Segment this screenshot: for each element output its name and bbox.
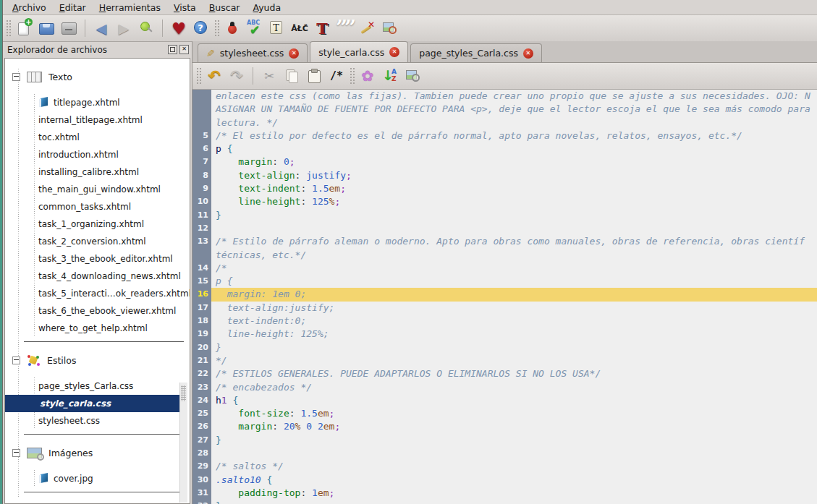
tree-file-task-5-interacti-ok-readers-xhtml[interactable]: task_5_interacti…ok_readers.xhtml	[5, 285, 185, 302]
tree-file-task-2-conversion-xhtml[interactable]: task_2_conversion.xhtml	[5, 233, 185, 250]
back-icon[interactable]	[91, 18, 111, 38]
toolbar-drag-handle[interactable]	[195, 67, 202, 85]
tree-section-im-genes[interactable]: Imágenes	[5, 444, 190, 461]
tree-file-page-styles-carla-css[interactable]: page_styles_Carla.css	[5, 377, 185, 395]
close-panel-icon[interactable]	[179, 45, 189, 54]
code-line[interactable]: 24h1 {	[192, 394, 817, 407]
tab-style-carla-css[interactable]: style_carla.css	[310, 41, 408, 62]
collapse-icon[interactable]	[12, 449, 20, 457]
tree-file-task-4-downloading-news-xhtml[interactable]: task_4_downloading_news.xhtml	[5, 268, 185, 285]
close-tab-icon[interactable]	[289, 48, 299, 59]
tree-file-cover-jpg[interactable]: cover.jpg	[5, 470, 185, 487]
code-line[interactable]: 15p {	[192, 275, 817, 288]
pin-icon[interactable]	[136, 18, 156, 38]
tree-file-task-6-the-ebook-viewer-xhtml[interactable]: task_6_the_ebook_viewer.xhtml	[5, 302, 185, 320]
close-tab-icon[interactable]	[389, 47, 399, 57]
code-line[interactable]: 18 text-indent:0;	[192, 315, 817, 328]
quotes-icon[interactable]	[334, 18, 355, 38]
validate-icon[interactable]	[379, 18, 399, 38]
tree-file-toc-xhtml[interactable]: toc.xhtml	[5, 129, 185, 146]
code-line[interactable]: 12	[192, 222, 817, 235]
code-line[interactable]: 30.salto10 {	[192, 474, 817, 487]
close-tab-icon[interactable]	[523, 48, 533, 59]
toolbar-drag-handle[interactable]	[349, 67, 355, 85]
code-line[interactable]: 22/* ESTILOS GENERALES. PUEDE ADAPTARLOS…	[192, 367, 817, 380]
spellcheck-icon[interactable]	[245, 18, 265, 38]
tree-file-titlepage-xhtml[interactable]: titlepage.xhtml	[5, 94, 185, 111]
menu-editar[interactable]: Editar	[53, 1, 93, 14]
code-line[interactable]: 7 margin: 0;	[192, 155, 817, 168]
menu-herramientas[interactable]: Herramientas	[93, 1, 167, 14]
code-line[interactable]: 23/* encabezados */	[192, 381, 817, 394]
code-line[interactable]: 21*/	[192, 354, 817, 367]
code-line[interactable]: 9 text-indent: 1.5em;	[192, 182, 817, 195]
tab-stylesheet-css[interactable]: stylesheet.css	[198, 43, 308, 62]
redo-icon[interactable]	[227, 66, 247, 86]
code-line[interactable]: enlacen este css (como las fijas). Tambi…	[192, 90, 817, 103]
code-line[interactable]: 25 font-size: 1.5em;	[192, 407, 817, 420]
tree-file-stylesheet-css[interactable]: stylesheet.css	[5, 412, 185, 430]
tree-file-where-to-get-help-xhtml[interactable]: where_to_get_help.xhtml	[5, 320, 185, 337]
code-line[interactable]: 19 line-height: 125%;	[192, 328, 817, 341]
file-tree[interactable]: Textotitlepage.xhtmlinternal_titlepage.x…	[4, 58, 190, 504]
forward-icon[interactable]	[114, 18, 134, 38]
tree-file-task-3-the-ebook-editor-xhtml[interactable]: task_3_the_ebook_editor.xhtml	[5, 250, 185, 268]
tree-file-style-carla-css[interactable]: style_carla.css	[5, 395, 185, 412]
undo-icon[interactable]	[204, 66, 224, 86]
code-line[interactable]: 28	[192, 447, 817, 460]
tree-file-common-tasks-xhtml[interactable]: common_tasks.xhtml	[5, 198, 185, 215]
copy-icon[interactable]	[281, 66, 302, 86]
code-line[interactable]: 32}	[192, 500, 817, 504]
code-line[interactable]: 8 text-align: justify;	[192, 169, 817, 182]
code-line[interactable]: 13/* Estilo de párrafo aleman o moderno.…	[192, 235, 817, 248]
clean-icon[interactable]	[357, 18, 377, 38]
beautify-icon[interactable]	[357, 66, 378, 86]
code-line[interactable]: 29/* saltos */	[192, 460, 817, 473]
code-line[interactable]: 5/* El estilo por defecto es el de párra…	[192, 129, 817, 142]
menu-vista[interactable]: Vista	[167, 1, 203, 14]
toolbar-drag-handle[interactable]	[5, 19, 12, 38]
tree-file-introduction-xhtml[interactable]: introduction.xhtml	[5, 146, 185, 163]
tree-file-task-1-organizing-xhtml[interactable]: task_1_organizing.xhtml	[5, 215, 185, 233]
tree-file-the-main-gui-window-xhtml[interactable]: the_main_gui_window.xhtml	[5, 181, 185, 198]
collapse-icon[interactable]	[12, 73, 20, 81]
toolbar-drag-handle[interactable]	[213, 19, 220, 38]
float-panel-icon[interactable]	[168, 45, 177, 54]
paste-icon[interactable]	[304, 66, 324, 86]
code-line[interactable]: 6p {	[192, 142, 817, 155]
letter-tile-icon[interactable]	[267, 18, 287, 38]
tab-page-styles-carla-css[interactable]: page_styles_Carla.css	[410, 43, 542, 62]
collapse-icon[interactable]	[12, 356, 20, 364]
code-line[interactable]: 26 margin: 20% 0 2em;	[192, 420, 817, 433]
code-line[interactable]: 31 padding-top: 1em;	[192, 487, 817, 500]
tree-section-estilos[interactable]: Estilos	[5, 351, 190, 369]
menu-buscar[interactable]: Buscar	[203, 1, 247, 14]
sort-icon[interactable]: Z	[380, 66, 400, 86]
code-editor[interactable]: enlacen este css (como las fijas). Tambi…	[192, 90, 817, 504]
code-line[interactable]: 27}	[192, 434, 817, 447]
code-line[interactable]: 20}	[192, 341, 817, 354]
donate-icon[interactable]	[169, 18, 189, 38]
code-line[interactable]: lectura. */	[192, 116, 817, 129]
code-line[interactable]: 16 margin: 1em 0;	[192, 288, 817, 301]
save-icon[interactable]	[36, 18, 56, 38]
code-line[interactable]: 17 text-align:justify;	[192, 302, 817, 315]
tree-file-internal-titlepage-xhtml[interactable]: internal_titlepage.xhtml	[5, 111, 185, 129]
code-line[interactable]: 10 line-height: 125%;	[192, 195, 817, 208]
font-t-icon[interactable]	[312, 18, 332, 38]
menu-archivo[interactable]: Archivo	[6, 1, 53, 14]
code-line[interactable]: técnicas, etc.*/	[192, 249, 817, 262]
drive-icon[interactable]	[59, 18, 79, 38]
comment-icon[interactable]: /*	[326, 66, 347, 86]
tree-file-installing-calibre-xhtml[interactable]: installing_calibre.xhtml	[5, 163, 185, 181]
sidebar-scrollbar[interactable]	[179, 383, 187, 503]
tree-section-texto[interactable]: Texto	[5, 68, 190, 85]
help-icon[interactable]	[191, 18, 211, 38]
special-characters-icon[interactable]: ÅŁČ	[289, 18, 310, 38]
code-line[interactable]: ASIGNAR UN TAMAÑO DE FUENTE POR DEFECTO …	[192, 103, 817, 116]
new-file-icon[interactable]	[14, 18, 34, 38]
insert-image-icon[interactable]	[402, 66, 423, 86]
code-line[interactable]: 14/*	[192, 262, 817, 275]
code-line[interactable]: 11}	[192, 209, 817, 222]
bug-report-icon[interactable]	[222, 18, 242, 38]
